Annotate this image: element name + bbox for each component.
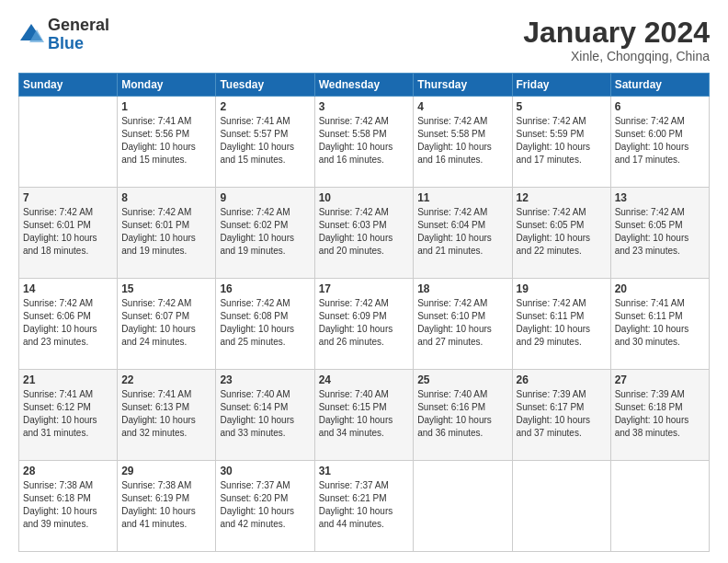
day-number: 13 bbox=[615, 191, 705, 204]
header-sunday: Sunday bbox=[19, 74, 118, 97]
day-cell: 14Sunrise: 7:42 AM Sunset: 6:06 PM Dayli… bbox=[19, 279, 118, 370]
day-info: Sunrise: 7:37 AM Sunset: 6:20 PM Dayligh… bbox=[220, 479, 310, 531]
day-number: 14 bbox=[23, 282, 113, 295]
day-number: 26 bbox=[517, 373, 607, 386]
day-info: Sunrise: 7:38 AM Sunset: 6:18 PM Dayligh… bbox=[23, 479, 113, 531]
day-info: Sunrise: 7:42 AM Sunset: 6:05 PM Dayligh… bbox=[615, 206, 705, 258]
day-number: 10 bbox=[319, 191, 410, 204]
day-number: 30 bbox=[220, 465, 310, 477]
day-info: Sunrise: 7:42 AM Sunset: 6:03 PM Dayligh… bbox=[319, 206, 410, 258]
day-number: 19 bbox=[517, 282, 607, 295]
day-cell: 15Sunrise: 7:42 AM Sunset: 6:07 PM Dayli… bbox=[118, 279, 216, 370]
day-cell: 11Sunrise: 7:42 AM Sunset: 6:04 PM Dayli… bbox=[414, 188, 512, 279]
header-wednesday: Wednesday bbox=[314, 74, 414, 97]
day-number: 23 bbox=[220, 373, 310, 386]
day-number: 3 bbox=[319, 100, 410, 113]
day-number: 8 bbox=[121, 191, 211, 204]
day-info: Sunrise: 7:42 AM Sunset: 5:59 PM Dayligh… bbox=[517, 115, 607, 167]
title-block: January 2024 Xinle, Chongqing, China bbox=[523, 17, 710, 63]
day-cell bbox=[19, 97, 118, 188]
day-number: 28 bbox=[23, 465, 113, 477]
header: General Blue January 2024 Xinle, Chongqi… bbox=[18, 17, 710, 63]
day-cell: 27Sunrise: 7:39 AM Sunset: 6:18 PM Dayli… bbox=[610, 370, 709, 461]
day-info: Sunrise: 7:41 AM Sunset: 6:11 PM Dayligh… bbox=[615, 297, 705, 349]
day-cell: 7Sunrise: 7:42 AM Sunset: 6:01 PM Daylig… bbox=[19, 188, 118, 279]
day-info: Sunrise: 7:42 AM Sunset: 6:01 PM Dayligh… bbox=[23, 206, 113, 258]
header-tuesday: Tuesday bbox=[216, 74, 314, 97]
day-number: 29 bbox=[121, 465, 211, 477]
day-info: Sunrise: 7:39 AM Sunset: 6:18 PM Dayligh… bbox=[615, 388, 705, 440]
day-number: 1 bbox=[121, 100, 211, 113]
day-cell: 18Sunrise: 7:42 AM Sunset: 6:10 PM Dayli… bbox=[414, 279, 512, 370]
day-info: Sunrise: 7:42 AM Sunset: 6:04 PM Dayligh… bbox=[417, 206, 507, 258]
day-cell: 26Sunrise: 7:39 AM Sunset: 6:17 PM Dayli… bbox=[512, 370, 610, 461]
day-info: Sunrise: 7:40 AM Sunset: 6:16 PM Dayligh… bbox=[417, 388, 507, 440]
day-cell: 3Sunrise: 7:42 AM Sunset: 5:58 PM Daylig… bbox=[314, 97, 414, 188]
day-info: Sunrise: 7:42 AM Sunset: 6:02 PM Dayligh… bbox=[220, 206, 310, 258]
day-info: Sunrise: 7:42 AM Sunset: 6:01 PM Dayligh… bbox=[121, 206, 211, 258]
header-monday: Monday bbox=[118, 74, 216, 97]
day-cell: 25Sunrise: 7:40 AM Sunset: 6:16 PM Dayli… bbox=[414, 370, 512, 461]
day-cell: 13Sunrise: 7:42 AM Sunset: 6:05 PM Dayli… bbox=[610, 188, 709, 279]
day-info: Sunrise: 7:42 AM Sunset: 6:09 PM Dayligh… bbox=[319, 297, 410, 349]
day-number: 15 bbox=[121, 282, 211, 295]
day-info: Sunrise: 7:42 AM Sunset: 6:00 PM Dayligh… bbox=[615, 115, 705, 167]
day-cell: 20Sunrise: 7:41 AM Sunset: 6:11 PM Dayli… bbox=[610, 279, 709, 370]
week-row-0: 1Sunrise: 7:41 AM Sunset: 5:56 PM Daylig… bbox=[19, 97, 710, 188]
week-row-3: 21Sunrise: 7:41 AM Sunset: 6:12 PM Dayli… bbox=[19, 370, 710, 461]
day-info: Sunrise: 7:42 AM Sunset: 6:06 PM Dayligh… bbox=[23, 297, 113, 349]
day-cell: 6Sunrise: 7:42 AM Sunset: 6:00 PM Daylig… bbox=[610, 97, 709, 188]
day-number: 17 bbox=[319, 282, 410, 295]
day-cell: 21Sunrise: 7:41 AM Sunset: 6:12 PM Dayli… bbox=[19, 370, 118, 461]
day-cell: 9Sunrise: 7:42 AM Sunset: 6:02 PM Daylig… bbox=[216, 188, 314, 279]
day-cell: 5Sunrise: 7:42 AM Sunset: 5:59 PM Daylig… bbox=[512, 97, 610, 188]
day-info: Sunrise: 7:39 AM Sunset: 6:17 PM Dayligh… bbox=[517, 388, 607, 440]
day-info: Sunrise: 7:42 AM Sunset: 6:08 PM Dayligh… bbox=[220, 297, 310, 349]
day-cell: 28Sunrise: 7:38 AM Sunset: 6:18 PM Dayli… bbox=[19, 461, 118, 552]
day-cell: 1Sunrise: 7:41 AM Sunset: 5:56 PM Daylig… bbox=[118, 97, 216, 188]
day-cell: 8Sunrise: 7:42 AM Sunset: 6:01 PM Daylig… bbox=[118, 188, 216, 279]
day-number: 18 bbox=[417, 282, 507, 295]
logo: General Blue bbox=[18, 17, 109, 53]
day-cell bbox=[610, 461, 709, 552]
month-title: January 2024 bbox=[523, 17, 710, 49]
day-number: 25 bbox=[417, 373, 507, 386]
page: General Blue January 2024 Xinle, Chongqi… bbox=[0, 0, 728, 563]
day-cell: 30Sunrise: 7:37 AM Sunset: 6:20 PM Dayli… bbox=[216, 461, 314, 552]
day-info: Sunrise: 7:38 AM Sunset: 6:19 PM Dayligh… bbox=[121, 479, 211, 531]
day-number: 11 bbox=[417, 191, 507, 204]
day-number: 22 bbox=[121, 373, 211, 386]
day-info: Sunrise: 7:42 AM Sunset: 5:58 PM Dayligh… bbox=[319, 115, 410, 167]
day-cell: 4Sunrise: 7:42 AM Sunset: 5:58 PM Daylig… bbox=[414, 97, 512, 188]
week-row-4: 28Sunrise: 7:38 AM Sunset: 6:18 PM Dayli… bbox=[19, 461, 710, 552]
day-info: Sunrise: 7:41 AM Sunset: 6:13 PM Dayligh… bbox=[121, 388, 211, 440]
day-cell: 2Sunrise: 7:41 AM Sunset: 5:57 PM Daylig… bbox=[216, 97, 314, 188]
day-info: Sunrise: 7:42 AM Sunset: 6:11 PM Dayligh… bbox=[517, 297, 607, 349]
week-row-2: 14Sunrise: 7:42 AM Sunset: 6:06 PM Dayli… bbox=[19, 279, 710, 370]
day-number: 20 bbox=[615, 282, 705, 295]
header-friday: Friday bbox=[512, 74, 610, 97]
day-number: 7 bbox=[23, 191, 113, 204]
header-saturday: Saturday bbox=[610, 74, 709, 97]
day-info: Sunrise: 7:41 AM Sunset: 6:12 PM Dayligh… bbox=[23, 388, 113, 440]
day-info: Sunrise: 7:41 AM Sunset: 5:56 PM Dayligh… bbox=[121, 115, 211, 167]
day-info: Sunrise: 7:40 AM Sunset: 6:15 PM Dayligh… bbox=[319, 388, 410, 440]
day-cell: 12Sunrise: 7:42 AM Sunset: 6:05 PM Dayli… bbox=[512, 188, 610, 279]
day-info: Sunrise: 7:42 AM Sunset: 6:07 PM Dayligh… bbox=[121, 297, 211, 349]
day-number: 21 bbox=[23, 373, 113, 386]
day-cell: 24Sunrise: 7:40 AM Sunset: 6:15 PM Dayli… bbox=[314, 370, 414, 461]
day-cell: 17Sunrise: 7:42 AM Sunset: 6:09 PM Dayli… bbox=[314, 279, 414, 370]
day-number: 12 bbox=[517, 191, 607, 204]
day-cell: 31Sunrise: 7:37 AM Sunset: 6:21 PM Dayli… bbox=[314, 461, 414, 552]
week-row-1: 7Sunrise: 7:42 AM Sunset: 6:01 PM Daylig… bbox=[19, 188, 710, 279]
day-number: 6 bbox=[615, 100, 705, 113]
logo-general-text: General bbox=[48, 17, 109, 35]
logo-text: General Blue bbox=[48, 17, 109, 53]
day-number: 27 bbox=[615, 373, 705, 386]
day-cell: 23Sunrise: 7:40 AM Sunset: 6:14 PM Dayli… bbox=[216, 370, 314, 461]
day-cell: 19Sunrise: 7:42 AM Sunset: 6:11 PM Dayli… bbox=[512, 279, 610, 370]
day-cell: 22Sunrise: 7:41 AM Sunset: 6:13 PM Dayli… bbox=[118, 370, 216, 461]
day-number: 16 bbox=[220, 282, 310, 295]
day-cell bbox=[512, 461, 610, 552]
day-cell: 16Sunrise: 7:42 AM Sunset: 6:08 PM Dayli… bbox=[216, 279, 314, 370]
